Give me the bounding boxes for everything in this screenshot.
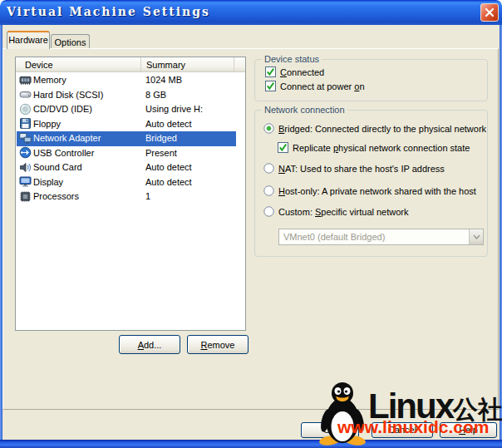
device-row[interactable]: DisplayAuto detect <box>17 175 236 190</box>
device-name: USB Controller <box>33 148 94 158</box>
display-icon <box>19 175 32 188</box>
network-connection-group: Network connection Bridged: Connected di… <box>254 110 488 257</box>
device-summary: Using drive H: <box>145 102 203 117</box>
device-summary: 8 GB <box>145 88 166 103</box>
close-button[interactable] <box>480 3 499 22</box>
device-row[interactable]: Hard Disk (SCSI)8 GB <box>17 88 236 103</box>
nat-radio[interactable] <box>263 163 274 174</box>
hard-disk-icon <box>19 88 32 101</box>
radio-icon <box>263 185 274 196</box>
window-border-bottom <box>0 440 502 448</box>
bridged-label: Bridged: Connected directly to the physi… <box>278 124 486 134</box>
close-icon <box>485 7 495 17</box>
host-only-label: Host-only: A private network shared with… <box>278 186 476 196</box>
connect-at-power-on-label: Connect at power on <box>280 81 365 91</box>
device-row[interactable]: Sound CardAuto detect <box>17 160 236 175</box>
replicate-checkbox[interactable] <box>278 142 288 153</box>
network-adapter-icon <box>19 132 32 145</box>
bridged-radio[interactable] <box>263 123 274 134</box>
ok-button[interactable]: OK <box>301 422 359 438</box>
device-summary: Auto detect <box>145 117 192 132</box>
device-row[interactable]: FloppyAuto detect <box>17 117 236 132</box>
connected-label: Connected <box>280 67 324 77</box>
window-title: Virtual Machine Settings <box>7 0 210 24</box>
checkmark-icon <box>265 81 276 91</box>
remove-button[interactable]: Remove <box>187 335 249 354</box>
tab-hardware[interactable]: Hardware <box>7 31 50 49</box>
tab-options[interactable]: Options <box>51 34 90 48</box>
device-row[interactable]: Processors1 <box>17 190 236 204</box>
device-row[interactable]: Memory1024 MB <box>17 73 236 88</box>
cd-dvd-icon <box>19 103 32 116</box>
memory-icon <box>19 74 32 86</box>
network-connection-title: Network connection <box>262 104 347 116</box>
connect-at-power-on-checkbox[interactable] <box>265 81 276 91</box>
device-summary: 1024 MB <box>145 73 182 88</box>
device-name: Floppy <box>33 119 61 129</box>
checkmark-icon <box>278 142 288 153</box>
device-list-header: Device Summary <box>16 57 245 72</box>
device-name: CD/DVD (IDE) <box>33 104 92 114</box>
sound-card-icon <box>19 161 32 174</box>
custom-label: Custom: Specific virtual network <box>278 207 409 217</box>
device-name: Display <box>33 177 63 187</box>
device-name: Memory <box>33 75 66 85</box>
column-header-device: Device <box>16 57 141 72</box>
radio-selected-icon <box>263 123 274 134</box>
device-name: Network Adapter <box>33 133 101 143</box>
device-summary: Present <box>145 146 177 161</box>
device-list: Device Summary Memory1024 MBHard Disk (S… <box>15 57 246 331</box>
processor-icon <box>19 190 32 203</box>
radio-icon <box>263 206 274 217</box>
device-summary: 1 <box>145 190 150 204</box>
device-summary: Auto detect <box>145 160 192 175</box>
device-name: Hard Disk (SCSI) <box>33 90 103 100</box>
title-bar: Virtual Machine Settings <box>0 0 502 25</box>
device-status-group: Device status Connected Connect at power… <box>254 59 488 101</box>
radio-icon <box>263 163 274 174</box>
connected-checkbox[interactable] <box>265 66 276 77</box>
add-button[interactable]: Add... <box>119 335 180 354</box>
usb-controller-icon <box>19 146 32 159</box>
virtual-machine-settings-dialog: Virtual Machine Settings Hardware Option… <box>0 0 502 448</box>
column-header-summary: Summary <box>141 57 234 72</box>
device-row[interactable]: Network AdapterBridged <box>17 131 236 146</box>
device-status-title: Device status <box>262 53 322 65</box>
device-name: Processors <box>33 191 79 201</box>
floppy-icon <box>19 117 32 130</box>
help-button[interactable]: Help <box>440 422 497 438</box>
checkmark-icon <box>265 66 276 77</box>
replicate-label: Replicate physical network connection st… <box>293 143 470 153</box>
device-name: Sound Card <box>33 162 82 172</box>
device-row[interactable]: USB ControllerPresent <box>17 146 236 161</box>
device-row[interactable]: CD/DVD (IDE)Using drive H: <box>17 102 236 117</box>
nat-label: NAT: Used to share the host's IP address <box>278 164 445 174</box>
custom-radio[interactable] <box>263 206 274 217</box>
vmnet-dropdown-value: VMnet0 (default Bridged) <box>279 232 469 242</box>
chevron-down-icon <box>469 229 483 244</box>
device-summary: Bridged <box>145 131 177 146</box>
device-summary: Auto detect <box>145 175 192 190</box>
vmnet-dropdown[interactable]: VMnet0 (default Bridged) <box>278 229 484 245</box>
cancel-button[interactable]: Cancel <box>372 422 433 438</box>
host-only-radio[interactable] <box>263 185 274 196</box>
